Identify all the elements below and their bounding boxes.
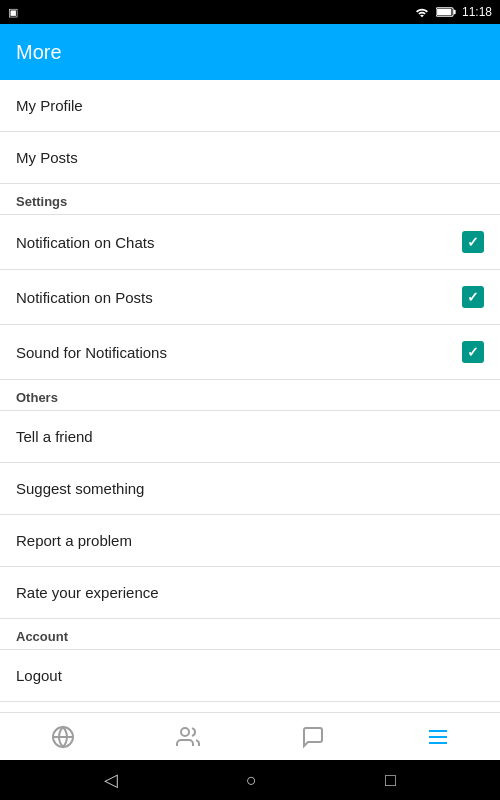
- globe-icon: [51, 725, 75, 749]
- svg-rect-1: [437, 9, 451, 15]
- status-bar-left: ▣: [8, 6, 18, 19]
- menu-item-notification-posts[interactable]: Notification on Posts: [0, 270, 500, 325]
- bottom-nav: [0, 712, 500, 760]
- menu-item-notification-chats[interactable]: Notification on Chats: [0, 215, 500, 270]
- menu-item-suggest-something[interactable]: Suggest something: [0, 463, 500, 515]
- menu-item-logout[interactable]: Logout: [0, 650, 500, 702]
- back-button[interactable]: ◁: [104, 769, 118, 791]
- checkbox-sound-notifications[interactable]: [462, 341, 484, 363]
- menu-item-my-posts[interactable]: My Posts: [0, 132, 500, 184]
- home-button[interactable]: ○: [246, 770, 257, 791]
- svg-rect-2: [453, 10, 455, 14]
- wifi-icon: [414, 6, 430, 18]
- section-header-settings: Settings: [0, 184, 500, 215]
- sim-icon: ▣: [8, 6, 18, 19]
- nav-item-globe[interactable]: [0, 713, 125, 760]
- chat-icon: [301, 725, 325, 749]
- checkbox-notification-posts[interactable]: [462, 286, 484, 308]
- status-time: 11:18: [462, 5, 492, 19]
- android-nav: ◁ ○ □: [0, 760, 500, 800]
- checkbox-notification-chats[interactable]: [462, 231, 484, 253]
- page-title: More: [16, 41, 62, 64]
- section-header-account: Account: [0, 619, 500, 650]
- section-header-others: Others: [0, 380, 500, 411]
- menu-item-tell-friend[interactable]: Tell a friend: [0, 411, 500, 463]
- status-bar: ▣ 11:18: [0, 0, 500, 24]
- top-bar: More: [0, 24, 500, 80]
- version-text: 2.4.5: [0, 702, 500, 712]
- battery-icon: [436, 6, 456, 18]
- nav-item-menu[interactable]: [375, 713, 500, 760]
- nav-item-people[interactable]: [125, 713, 250, 760]
- status-bar-right: 11:18: [414, 5, 492, 19]
- nav-item-chat[interactable]: [250, 713, 375, 760]
- menu-item-sound-notifications[interactable]: Sound for Notifications: [0, 325, 500, 380]
- recent-button[interactable]: □: [385, 770, 396, 791]
- menu-icon: [426, 725, 450, 749]
- content-area: My Profile My Posts Settings Notificatio…: [0, 80, 500, 712]
- menu-item-rate-experience[interactable]: Rate your experience: [0, 567, 500, 619]
- svg-point-5: [181, 728, 189, 736]
- people-icon: [176, 725, 200, 749]
- menu-item-my-profile[interactable]: My Profile: [0, 80, 500, 132]
- menu-item-report-problem[interactable]: Report a problem: [0, 515, 500, 567]
